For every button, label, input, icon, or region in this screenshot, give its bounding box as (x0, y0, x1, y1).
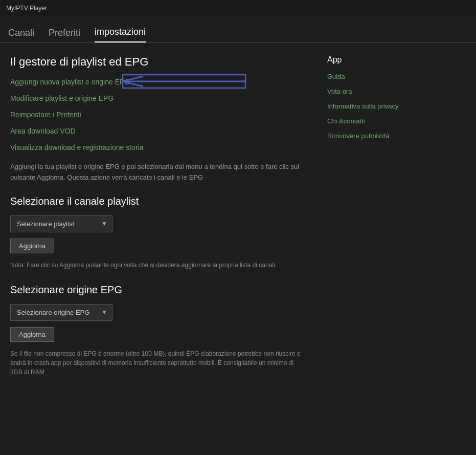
sidebar-link-guida[interactable]: Guida (327, 73, 419, 80)
playlist-section: Selezionare il canale playlist Seleziona… (10, 196, 307, 270)
arrow-annotation: Aggiungi nuova playlist e origine EPG (10, 78, 307, 86)
playlist-note: Nota: Fare clic su Aggiorna pulsante ogn… (10, 261, 307, 270)
page-heading: Il gestore di playlist ed EPG (10, 55, 307, 69)
sidebar-title: App (327, 55, 419, 64)
content-area: Il gestore di playlist ed EPG Aggiungi n… (0, 43, 476, 455)
link-area-download[interactable]: Area download VOD (10, 127, 307, 135)
tab-preferiti[interactable]: Preferiti (49, 28, 80, 42)
playlist-aggiorna-button[interactable]: Aggiorna (10, 239, 54, 253)
epg-select[interactable]: Selezionare origine EPG (10, 304, 112, 321)
playlist-select-wrapper: Selezionare playlist ▼ (10, 215, 112, 232)
epg-heading: Selezionare origine EPG (10, 284, 307, 296)
link-reimpostare[interactable]: Reimpostare i Preferiti (10, 111, 307, 119)
link-visualizza[interactable]: Visualizza download e registrazione stor… (10, 143, 307, 151)
title-bar: MyIPTV Player (0, 0, 476, 16)
playlist-select[interactable]: Selezionare playlist (10, 215, 112, 232)
main-content: Il gestore di playlist ed EPG Aggiungi n… (0, 43, 317, 455)
sidebar-link-vota-ora[interactable]: Vota ora (327, 88, 419, 95)
app-title: MyIPTV Player (6, 5, 47, 12)
epg-section: Selezionare origine EPG Selezionare orig… (10, 284, 307, 377)
link-aggiungi[interactable]: Aggiungi nuova playlist e origine EPG (10, 78, 307, 86)
nav-tabs: Canali Preferiti impostazioni (0, 16, 476, 43)
description-text: Aggiungi la tua playlist e origine EPG e… (10, 162, 307, 183)
epg-select-wrapper: Selezionare origine EPG ▼ (10, 304, 112, 321)
epg-aggiorna-button[interactable]: Aggiorna (10, 327, 54, 342)
sidebar-link-privacy[interactable]: Informativa sulla privacy (327, 102, 419, 110)
tab-canali[interactable]: Canali (8, 28, 34, 42)
playlist-heading: Selezionare il canale playlist (10, 196, 307, 207)
sidebar: App Guida Vota ora Informativa sulla pri… (317, 43, 429, 455)
sidebar-link-contatti[interactable]: Chi &contatti (327, 117, 419, 125)
sidebar-link-pubblicita[interactable]: Rimuovere pubblicità (327, 132, 419, 140)
epg-note: Se il file non compresso di EPG è enorme… (10, 349, 307, 377)
link-modificare[interactable]: Modificare playlist e origine EPG (10, 94, 307, 102)
tab-impostazioni[interactable]: impostazioni (95, 27, 146, 42)
